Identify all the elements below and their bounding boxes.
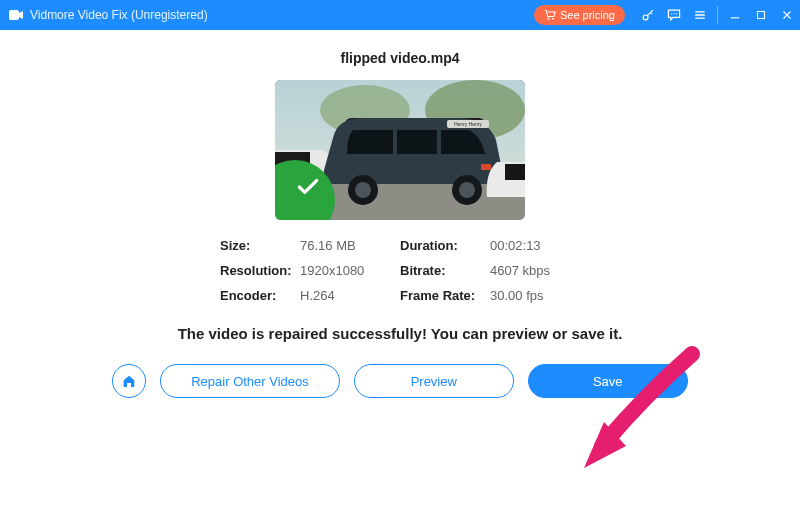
framerate-label: Frame Rate: — [400, 288, 490, 303]
close-icon[interactable] — [774, 0, 800, 30]
bitrate-value: 4607 kbps — [490, 263, 580, 278]
pricing-label: See pricing — [560, 9, 615, 21]
feedback-icon[interactable] — [661, 0, 687, 30]
checkmark-icon — [295, 174, 321, 200]
repair-other-videos-button[interactable]: Repair Other Videos — [160, 364, 340, 398]
save-button[interactable]: Save — [528, 364, 688, 398]
video-info: Size: 76.16 MB Duration: 00:02:13 Resolu… — [220, 238, 580, 303]
encoder-value: H.264 — [300, 288, 400, 303]
svg-rect-0 — [9, 10, 19, 20]
status-message: The video is repaired successfully! You … — [178, 325, 623, 342]
preview-button[interactable]: Preview — [354, 364, 514, 398]
app-logo-icon — [8, 7, 24, 23]
see-pricing-button[interactable]: See pricing — [534, 5, 625, 25]
home-button[interactable] — [112, 364, 146, 398]
size-value: 76.16 MB — [300, 238, 400, 253]
svg-rect-18 — [481, 164, 491, 170]
size-label: Size: — [220, 238, 300, 253]
svg-point-15 — [355, 182, 371, 198]
app-title: Vidmore Video Fix (Unregistered) — [30, 8, 208, 22]
duration-label: Duration: — [400, 238, 490, 253]
svg-point-5 — [673, 13, 674, 14]
resolution-value: 1920x1080 — [300, 263, 400, 278]
svg-text:Henry    Henry: Henry Henry — [454, 121, 483, 127]
svg-rect-21 — [505, 164, 525, 180]
home-icon — [121, 373, 137, 389]
titlebar: Vidmore Video Fix (Unregistered) See pri… — [0, 0, 800, 30]
filename: flipped video.mp4 — [340, 50, 459, 66]
bitrate-label: Bitrate: — [400, 263, 490, 278]
key-icon[interactable] — [635, 0, 661, 30]
menu-icon[interactable] — [687, 0, 713, 30]
svg-point-17 — [459, 182, 475, 198]
maximize-icon[interactable] — [748, 0, 774, 30]
duration-value: 00:02:13 — [490, 238, 580, 253]
main-content: flipped video.mp4 Henry — [0, 30, 800, 512]
encoder-label: Encoder: — [220, 288, 300, 303]
svg-point-1 — [547, 18, 549, 20]
svg-point-2 — [552, 18, 554, 20]
svg-rect-7 — [758, 12, 765, 19]
resolution-label: Resolution: — [220, 263, 300, 278]
svg-point-6 — [676, 13, 677, 14]
svg-point-4 — [671, 13, 672, 14]
minimize-icon[interactable] — [722, 0, 748, 30]
separator — [717, 6, 718, 24]
framerate-value: 30.00 fps — [490, 288, 580, 303]
video-thumbnail: Henry Henry — [275, 80, 525, 220]
button-row: Repair Other Videos Preview Save — [112, 364, 688, 398]
